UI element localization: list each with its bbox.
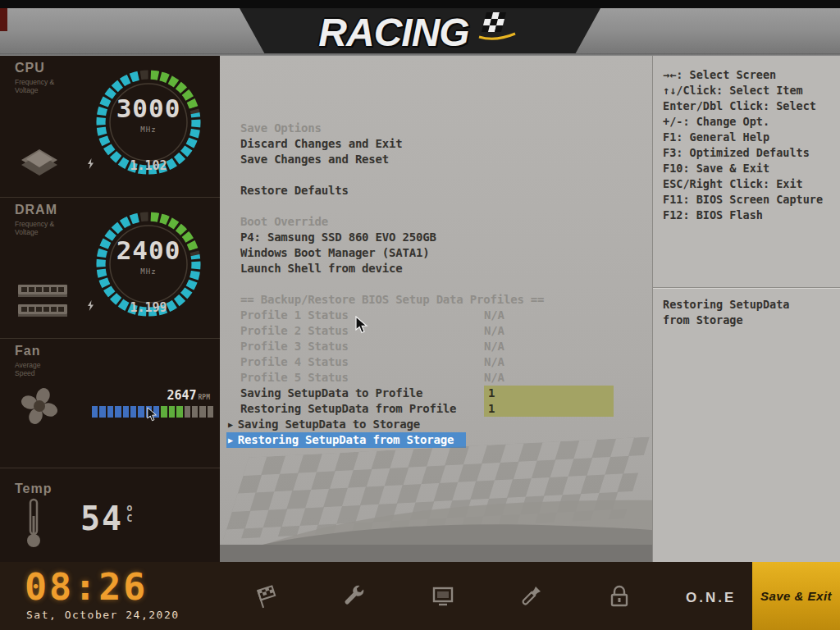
menu-list: Save Options Discard Changes and Exit Sa… bbox=[220, 121, 652, 448]
menu-item-discard-changes-exit[interactable]: Discard Changes and Exit bbox=[220, 136, 652, 152]
ram-icon bbox=[16, 281, 69, 324]
help-line: F10: Save & Exit bbox=[663, 161, 823, 176]
racing-flag-icon[interactable] bbox=[253, 583, 280, 609]
fan-rpm: 2647RPM bbox=[89, 388, 210, 403]
temp-panel: Temp 54 oC bbox=[0, 468, 220, 562]
fan-speed-meter bbox=[92, 406, 213, 418]
help-divider bbox=[653, 287, 840, 289]
dram-frequency-value: 2400 bbox=[87, 235, 210, 265]
menu-item-restore-defaults[interactable]: Restore Defaults bbox=[220, 183, 652, 199]
voltage-bolt-icon bbox=[87, 158, 94, 169]
submenu-restoring-setupdata-storage[interactable]: ▶Restoring SetupData from Storage bbox=[220, 432, 652, 448]
tab-one[interactable]: O.N.E bbox=[686, 590, 736, 606]
help-panel: →←: Select Screen ↑↓/Click: Select Item … bbox=[652, 56, 840, 562]
section-header-backup-restore: == Backup/Restore BIOS Setup Data Profil… bbox=[220, 292, 652, 308]
fan-icon bbox=[20, 386, 59, 426]
screen-icon[interactable] bbox=[430, 583, 456, 609]
cpu-chip-icon bbox=[20, 148, 59, 177]
key-help-list: →←: Select Screen ↑↓/Click: Select Item … bbox=[663, 67, 823, 223]
item-description: Restoring SetupData from Storage bbox=[663, 297, 810, 328]
cpu-frequency-unit: MHz bbox=[87, 126, 210, 134]
select-restoring-setupdata-profile[interactable]: Restoring SetupData from Profile 1 bbox=[220, 401, 652, 417]
help-line: ESC/Right Click: Exit bbox=[663, 176, 823, 192]
cpu-voltage: 1.102 bbox=[87, 158, 210, 173]
date: Sat, October 24,2020 bbox=[26, 609, 180, 621]
help-line: F3: Optimized Defaults bbox=[663, 145, 823, 161]
help-line: +/-: Change Opt. bbox=[663, 114, 823, 130]
bios-screen: RACING CPU Frequency &Voltage bbox=[0, 0, 840, 630]
menu-item-boot-windows[interactable]: Windows Boot Manager (SATA1) bbox=[220, 245, 652, 261]
saving-profile-value[interactable]: 1 bbox=[484, 386, 614, 401]
menu-item-boot-ssd[interactable]: P4: Samsung SSD 860 EVO 250GB bbox=[220, 230, 652, 245]
help-line: Enter/Dbl Click: Select bbox=[663, 98, 823, 114]
restoring-profile-value[interactable]: 1 bbox=[484, 401, 614, 417]
cpu-panel: CPU Frequency &Voltage 3000 MHz 1.102 bbox=[0, 56, 220, 197]
tab-save-exit[interactable]: Save & Exit bbox=[752, 562, 840, 630]
help-line: →←: Select Screen bbox=[663, 67, 823, 83]
row-profile-1-status: Profile 1 StatusN/A bbox=[220, 308, 652, 323]
thermometer-icon bbox=[25, 498, 43, 549]
logo-text: RACING bbox=[318, 10, 468, 55]
row-profile-3-status: Profile 3 StatusN/A bbox=[220, 339, 652, 354]
cpu-frequency-gauge: 3000 MHz 1.102 bbox=[87, 61, 210, 184]
help-line: ↑↓/Click: Select Item bbox=[663, 83, 823, 98]
main-menu-area: Save Options Discard Changes and Exit Sa… bbox=[220, 56, 652, 562]
top-accent bbox=[0, 8, 7, 31]
top-header: RACING bbox=[0, 0, 840, 56]
submenu-arrow-icon: ▶ bbox=[228, 432, 233, 448]
temp-label: Temp bbox=[15, 482, 52, 496]
help-line: F1: General Help bbox=[663, 130, 823, 145]
dram-sublabel: Frequency &Voltage bbox=[15, 220, 54, 236]
row-profile-5-status: Profile 5 StatusN/A bbox=[220, 370, 652, 386]
voltage-bolt-icon bbox=[87, 300, 94, 311]
section-header-boot-override: Boot Override bbox=[220, 214, 652, 230]
temp-value: 54 oC bbox=[80, 500, 134, 537]
row-profile-2-status: Profile 2 StatusN/A bbox=[220, 323, 652, 339]
screwdriver-icon[interactable] bbox=[518, 583, 544, 609]
cpu-sublabel: Frequency &Voltage bbox=[15, 78, 54, 94]
dram-voltage: 1.199 bbox=[87, 300, 210, 315]
wrench-icon[interactable] bbox=[341, 583, 368, 609]
hardware-sidebar: CPU Frequency &Voltage 3000 MHz 1.102 bbox=[0, 56, 220, 562]
bottom-bar: 08:26 Sat, October 24,2020 bbox=[0, 562, 840, 630]
dram-frequency-gauge: 2400 MHz 1.199 bbox=[87, 203, 210, 326]
menu-item-launch-shell[interactable]: Launch Shell from device bbox=[220, 261, 652, 276]
dram-label: DRAM bbox=[15, 203, 57, 217]
lock-icon[interactable] bbox=[606, 583, 632, 609]
dram-panel: DRAM Frequency &Voltage 2400 MHz 1.199 bbox=[0, 197, 220, 338]
select-saving-setupdata-profile[interactable]: Saving SetupData to Profile 1 bbox=[220, 386, 652, 401]
submenu-arrow-icon: ▶ bbox=[228, 417, 233, 432]
fan-panel: Fan AverageSpeed 2647RPM bbox=[0, 338, 220, 468]
fan-label: Fan bbox=[15, 344, 40, 358]
logo-banner: RACING bbox=[240, 8, 600, 56]
row-profile-4-status: Profile 4 StatusN/A bbox=[220, 354, 652, 370]
top-strip bbox=[0, 0, 840, 8]
submenu-saving-setupdata-storage[interactable]: ▶Saving SetupData to Storage bbox=[220, 417, 652, 432]
clock: 08:26 bbox=[25, 565, 148, 609]
menu-item-save-changes-reset[interactable]: Save Changes and Reset bbox=[220, 152, 652, 167]
section-header-save-options: Save Options bbox=[220, 121, 652, 136]
fan-sublabel: AverageSpeed bbox=[15, 361, 41, 377]
dram-frequency-unit: MHz bbox=[87, 267, 210, 276]
cpu-frequency-value: 3000 bbox=[87, 94, 210, 123]
help-line: F12: BIOS Flash bbox=[663, 208, 823, 223]
help-line: F11: BIOS Screen Capture bbox=[663, 192, 823, 208]
checkered-flag-icon bbox=[474, 9, 522, 45]
cpu-label: CPU bbox=[15, 61, 45, 75]
